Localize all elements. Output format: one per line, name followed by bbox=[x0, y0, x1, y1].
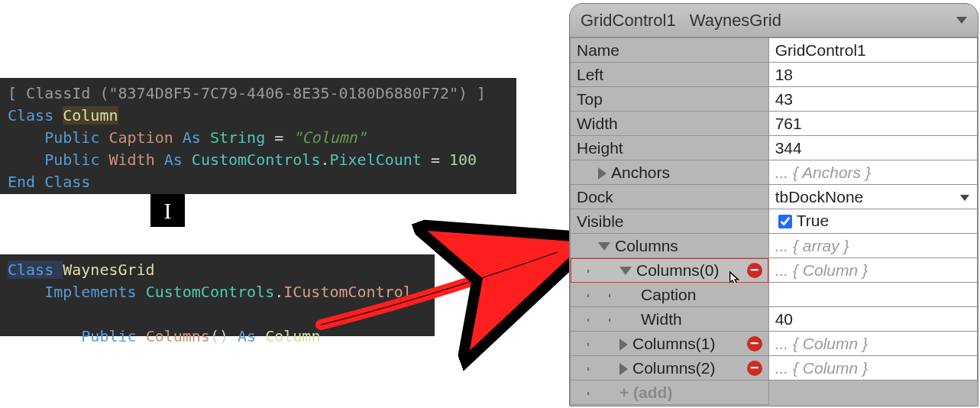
remove-item-button[interactable]: − bbox=[747, 361, 762, 376]
code-token: Implements bbox=[44, 283, 145, 301]
property-value-input[interactable]: 344 bbox=[768, 136, 977, 160]
property-row-columns-2: Columns(2) − ... { Column } bbox=[571, 356, 978, 380]
inspector-object-name: GridControl1 bbox=[581, 11, 676, 31]
code-block-column-class: [ ClassId ("8374D8F5-7C79-4406-8E35-0180… bbox=[0, 78, 516, 194]
property-value-input[interactable] bbox=[768, 283, 977, 307]
code-token: 100 bbox=[449, 151, 477, 169]
property-label: Dock bbox=[571, 185, 769, 209]
property-row-name: Name GridControl1 bbox=[571, 38, 978, 63]
collapse-triangle-icon[interactable] bbox=[598, 242, 610, 251]
property-value-input[interactable]: 761 bbox=[768, 112, 977, 136]
property-label[interactable]: Columns(1) − bbox=[571, 332, 769, 356]
property-value-placeholder[interactable]: ... { Column } bbox=[768, 332, 977, 356]
property-label[interactable]: Columns(0) − bbox=[571, 258, 769, 283]
property-value-placeholder[interactable]: ... { Column } bbox=[768, 258, 977, 283]
property-row-height: Height 344 bbox=[571, 136, 978, 160]
property-value-text: tbDockNone bbox=[775, 188, 864, 206]
property-label: Height bbox=[571, 136, 769, 160]
code-token: ICustomControl bbox=[283, 283, 412, 301]
add-array-item-button[interactable]: + (add) bbox=[571, 380, 769, 405]
code-token: Public bbox=[44, 128, 108, 147]
property-value-placeholder[interactable]: ... { Anchors } bbox=[768, 160, 977, 185]
property-grid: Name GridControl1 Left 18 Top 43 Width 7… bbox=[570, 37, 978, 405]
code-indent bbox=[8, 151, 44, 169]
property-value-input[interactable]: 18 bbox=[768, 63, 977, 87]
property-value-text: True bbox=[797, 212, 829, 229]
chevron-down-icon[interactable] bbox=[956, 17, 967, 24]
code-token: Public bbox=[81, 327, 145, 345]
property-label-text: Columns(0) bbox=[636, 261, 720, 279]
code-token: Column bbox=[265, 327, 320, 345]
code-token: Column bbox=[63, 106, 118, 125]
code-token: = bbox=[422, 151, 449, 169]
property-label: Top bbox=[571, 87, 769, 112]
property-label: Caption bbox=[571, 283, 769, 307]
code-token: As bbox=[155, 151, 192, 169]
code-token: . bbox=[274, 283, 283, 301]
inspector-header[interactable]: GridControl1 WaynesGrid bbox=[570, 4, 978, 37]
property-label-text: Width bbox=[641, 310, 682, 328]
code-token: Columns bbox=[146, 327, 210, 345]
property-value-input[interactable]: GridControl1 bbox=[768, 38, 977, 63]
add-label: + (add) bbox=[619, 384, 672, 401]
code-indent bbox=[8, 283, 44, 301]
code-token: . bbox=[320, 151, 329, 169]
code-token: () bbox=[210, 327, 228, 345]
property-label-text: Columns(2) bbox=[632, 359, 716, 377]
property-label: Width bbox=[571, 307, 769, 332]
property-value-input[interactable]: 40 bbox=[768, 307, 977, 332]
code-token: ClassId bbox=[26, 84, 90, 102]
property-row-columns-1: Columns(1) − ... { Column } bbox=[571, 332, 978, 356]
property-row-columns: Columns ... { array } bbox=[571, 234, 978, 258]
property-label-text: Columns bbox=[615, 237, 678, 254]
property-value-placeholder[interactable]: ... { array } bbox=[768, 234, 977, 258]
property-value-checkbox[interactable]: True bbox=[768, 209, 977, 234]
property-value-dropdown[interactable]: tbDockNone bbox=[768, 185, 977, 209]
collapse-triangle-icon[interactable] bbox=[619, 267, 632, 275]
code-token: Class bbox=[8, 261, 63, 279]
code-token: = bbox=[265, 128, 293, 147]
code-token: String bbox=[210, 128, 265, 147]
expand-triangle-icon[interactable] bbox=[598, 167, 606, 180]
property-value-placeholder[interactable]: ... { Column } bbox=[768, 356, 977, 380]
code-token: [ bbox=[8, 84, 26, 102]
property-label: Width bbox=[571, 112, 769, 136]
expand-triangle-icon[interactable] bbox=[619, 363, 628, 375]
code-indent bbox=[8, 128, 44, 147]
expand-triangle-icon[interactable] bbox=[619, 338, 628, 351]
code-token: As bbox=[228, 327, 265, 345]
code-token: WaynesGrid bbox=[63, 261, 154, 279]
remove-item-button[interactable]: − bbox=[747, 336, 762, 351]
remove-item-button[interactable]: − bbox=[747, 263, 762, 278]
property-label: Name bbox=[571, 38, 769, 63]
property-row-visible: Visible True bbox=[571, 209, 978, 234]
property-row-add: + (add) bbox=[571, 380, 978, 405]
code-token: Width bbox=[108, 151, 154, 169]
code-token: As bbox=[173, 128, 210, 147]
code-token: "Column" bbox=[293, 128, 366, 147]
chevron-down-icon[interactable] bbox=[960, 195, 969, 201]
property-value-input[interactable]: 43 bbox=[768, 87, 977, 112]
code-token: Public bbox=[44, 151, 108, 169]
code-token: ("8374D8F5-7C79-4406-8E35-0180D6880F72")… bbox=[90, 84, 486, 102]
property-label-text: Caption bbox=[641, 286, 696, 303]
property-row-anchors: Anchors ... { Anchors } bbox=[571, 160, 978, 185]
code-token: CustomControls bbox=[192, 151, 321, 169]
code-block-waynesgrid-class: Class WaynesGrid Implements CustomContro… bbox=[0, 254, 435, 336]
visible-checkbox[interactable] bbox=[778, 215, 792, 228]
code-token: PixelCount bbox=[329, 151, 421, 169]
code-token: End Class bbox=[8, 173, 90, 191]
property-label[interactable]: Anchors bbox=[571, 160, 769, 185]
property-row-dock: Dock tbDockNone bbox=[571, 185, 978, 209]
property-label: Left bbox=[571, 63, 769, 87]
property-value-empty bbox=[768, 380, 977, 405]
text-cursor-icon: I bbox=[150, 194, 185, 227]
inspector-class-name: WaynesGrid bbox=[690, 11, 781, 31]
code-token: Class bbox=[8, 106, 63, 125]
property-label-text: Anchors bbox=[611, 164, 670, 181]
property-label[interactable]: Columns(2) − bbox=[571, 356, 769, 380]
property-label[interactable]: Columns bbox=[571, 234, 769, 258]
code-token: Caption bbox=[108, 128, 173, 147]
property-row-columns-0: Columns(0) − ... { Column } bbox=[571, 258, 978, 283]
property-row-left: Left 18 bbox=[571, 63, 978, 87]
